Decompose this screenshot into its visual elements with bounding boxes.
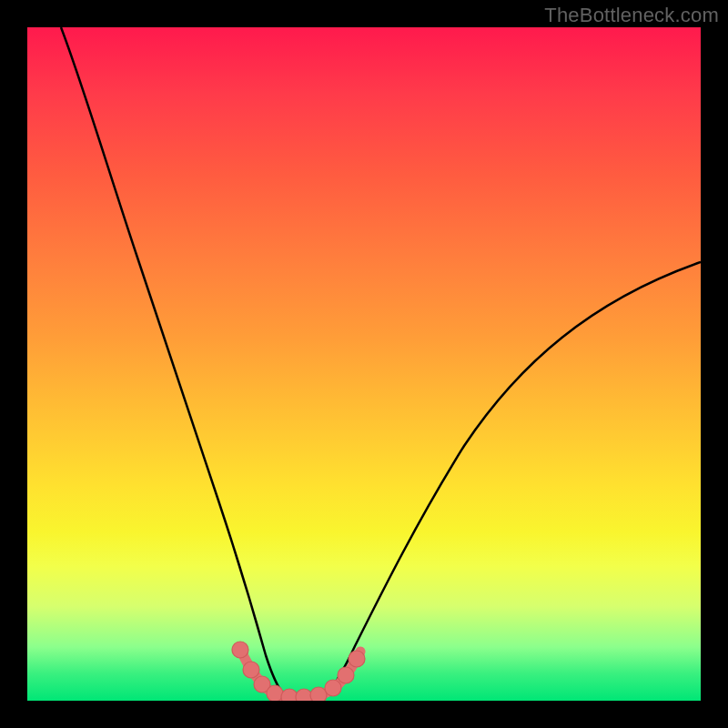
bottom-markers-group [232,642,365,701]
watermark-text: TheBottleneck.com [544,4,719,27]
marker-dot [310,687,327,701]
curve-left [61,27,286,697]
plot-area [27,27,701,701]
marker-dot [296,689,312,701]
chart-stage: TheBottleneck.com [0,0,728,728]
marker-dot [325,680,341,696]
marker-dot [243,662,259,678]
curve-right [324,262,701,697]
marker-dot [267,685,283,701]
marker-dot [281,689,298,701]
marker-dot [349,651,365,667]
marker-dot [232,642,248,658]
chart-svg [27,27,701,701]
marker-dot [338,667,354,683]
